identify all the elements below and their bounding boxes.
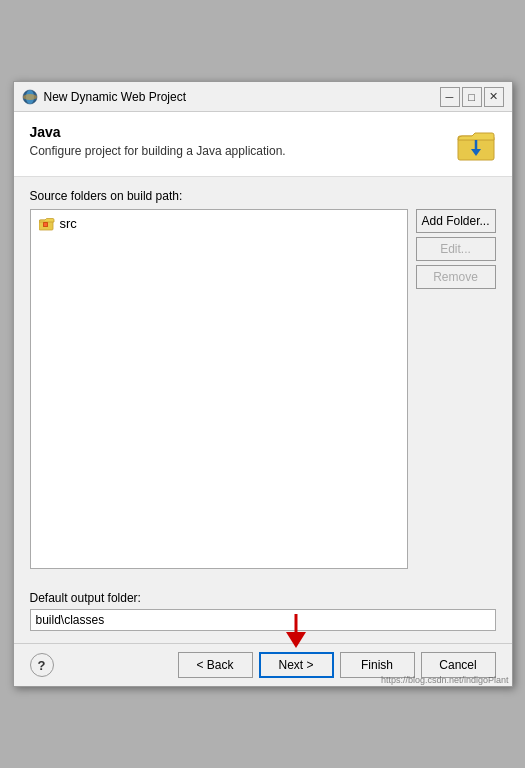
minimize-button[interactable]: ─ xyxy=(440,87,460,107)
source-buttons: Add Folder... Edit... Remove xyxy=(416,209,496,569)
page-title: Java xyxy=(30,124,446,140)
title-bar: New Dynamic Web Project ─ □ ✕ xyxy=(14,82,512,112)
svg-rect-8 xyxy=(44,223,47,226)
src-folder-icon xyxy=(39,217,55,231)
source-list[interactable]: src xyxy=(30,209,408,569)
maximize-button[interactable]: □ xyxy=(462,87,482,107)
close-button[interactable]: ✕ xyxy=(484,87,504,107)
src-item-label: src xyxy=(60,216,77,231)
edit-button[interactable]: Edit... xyxy=(416,237,496,261)
next-button-container: Next > xyxy=(259,652,334,678)
watermark: https://blog.csdn.net/indigoPlant xyxy=(381,675,509,685)
list-item[interactable]: src xyxy=(35,214,403,233)
red-arrow-icon xyxy=(282,612,310,648)
remove-button[interactable]: Remove xyxy=(416,265,496,289)
eclipse-icon xyxy=(22,89,38,105)
header-section: Java Configure project for building a Ja… xyxy=(14,112,512,177)
title-bar-title: New Dynamic Web Project xyxy=(44,90,187,104)
svg-point-2 xyxy=(23,94,37,100)
output-section: Default output folder: xyxy=(14,581,512,643)
output-label: Default output folder: xyxy=(30,591,496,605)
dialog-window: New Dynamic Web Project ─ □ ✕ Java Confi… xyxy=(13,81,513,687)
help-button[interactable]: ? xyxy=(30,653,54,677)
svg-marker-10 xyxy=(286,632,306,648)
java-folder-icon xyxy=(456,124,496,164)
next-button[interactable]: Next > xyxy=(259,652,334,678)
output-folder-input[interactable] xyxy=(30,609,496,631)
back-button[interactable]: < Back xyxy=(178,652,253,678)
add-folder-button[interactable]: Add Folder... xyxy=(416,209,496,233)
content-section: Source folders on build path: src xyxy=(14,177,512,581)
source-section-label: Source folders on build path: xyxy=(30,189,496,203)
source-area: src Add Folder... Edit... Remove xyxy=(30,209,496,569)
page-subtitle: Configure project for building a Java ap… xyxy=(30,144,446,158)
